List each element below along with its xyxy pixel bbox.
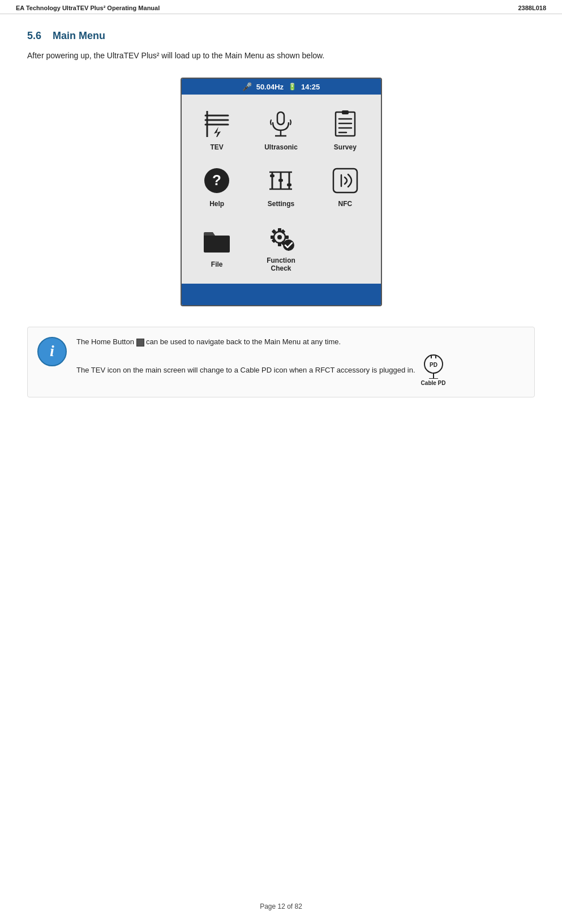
section-title: Main Menu	[53, 30, 105, 41]
menu-label-file: File	[211, 260, 223, 268]
battery-icon: 🔋	[288, 83, 297, 91]
section-heading: 5.6 Main Menu	[27, 30, 535, 42]
file-icon	[203, 229, 231, 254]
device-screenshot-wrapper: 🎤 50.04Hz 🔋 14:25	[27, 78, 535, 306]
menu-item-file[interactable]: File	[185, 213, 249, 278]
help-icon-container: ?	[201, 165, 233, 196]
cable-pd-label: Cable PD	[421, 379, 446, 388]
main-content: 5.6 Main Menu After powering up, the Ult…	[0, 14, 562, 425]
page-footer: Page 12 of 82	[0, 902, 562, 910]
menu-item-settings[interactable]: Settings	[249, 157, 313, 213]
svg-marker-3	[214, 127, 221, 137]
menu-grid: TEV	[182, 95, 381, 284]
menu-item-empty	[313, 213, 377, 278]
tev-icon	[203, 111, 231, 137]
home-button-icon	[136, 339, 144, 346]
svg-rect-33	[272, 238, 276, 243]
survey-icon-container	[329, 108, 361, 140]
menu-label-function-check: FunctionCheck	[267, 256, 295, 272]
footer-page-number: Page 12 of 82	[260, 902, 302, 910]
svg-text:PD: PD	[430, 362, 437, 368]
header-left: EA Technology UltraTEV Plus² Operating M…	[16, 5, 160, 11]
ultrasonic-icon	[268, 110, 293, 138]
menu-item-tev[interactable]: TEV	[185, 100, 249, 157]
svg-rect-30	[285, 236, 289, 239]
device-bottom-bar	[182, 284, 381, 305]
nfc-icon	[331, 166, 359, 195]
menu-label-ultrasonic: Ultrasonic	[264, 143, 298, 151]
menu-item-ultrasonic[interactable]: Ultrasonic	[249, 100, 313, 157]
ultrasonic-icon-container	[265, 108, 297, 140]
menu-label-nfc: NFC	[338, 200, 352, 208]
menu-item-nfc[interactable]: NFC	[313, 157, 377, 213]
nfc-icon-container	[329, 165, 361, 196]
svg-rect-29	[271, 236, 274, 239]
section-number: 5.6	[27, 30, 41, 41]
svg-rect-13	[342, 110, 349, 114]
info-line1: The Home Button can be used to navigate …	[76, 336, 525, 348]
info-text-content: The Home Button can be used to navigate …	[76, 336, 525, 388]
settings-icon-container	[265, 165, 297, 196]
menu-label-help: Help	[209, 200, 224, 208]
svg-rect-27	[278, 228, 281, 232]
mic-status-icon: 🎤	[242, 82, 252, 91]
menu-label-survey: Survey	[334, 143, 357, 151]
function-check-icon	[266, 223, 295, 252]
info-icon-wrapper: i	[37, 336, 67, 369]
survey-icon	[333, 110, 358, 138]
menu-label-settings: Settings	[268, 200, 294, 208]
info-box: i The Home Button can be used to navigat…	[27, 327, 535, 397]
svg-rect-20	[278, 179, 283, 182]
menu-item-function-check[interactable]: FunctionCheck	[249, 213, 313, 278]
svg-rect-28	[278, 243, 281, 246]
svg-rect-21	[287, 183, 291, 186]
svg-rect-19	[270, 174, 274, 177]
info-circle-icon: i	[37, 336, 67, 367]
tev-icon-container	[201, 108, 233, 140]
svg-rect-24	[333, 169, 357, 192]
settings-icon	[267, 166, 295, 195]
info-line2: The TEV icon on the main screen will cha…	[76, 354, 525, 388]
file-icon-container	[201, 225, 233, 257]
svg-rect-5	[277, 112, 284, 125]
menu-label-tev: TEV	[210, 143, 223, 151]
header-right: 2388L018	[518, 5, 546, 11]
menu-item-help[interactable]: ? Help	[185, 157, 249, 213]
status-time: 14:25	[301, 83, 320, 91]
intro-paragraph: After powering up, the UltraTEV Plus² wi…	[27, 50, 535, 62]
cable-pd-box: PD Cable PD	[421, 354, 446, 388]
menu-item-survey[interactable]: Survey	[313, 100, 377, 157]
cable-pd-icon: PD	[421, 354, 446, 379]
svg-point-26	[277, 235, 282, 239]
status-bar: 🎤 50.04Hz 🔋 14:25	[182, 79, 381, 95]
page-header: EA Technology UltraTEV Plus² Operating M…	[0, 0, 562, 14]
function-check-icon-container	[265, 221, 297, 253]
svg-text:?: ?	[212, 172, 221, 189]
svg-text:i: i	[50, 342, 54, 360]
help-icon: ?	[203, 166, 231, 195]
svg-rect-34	[281, 229, 285, 234]
device-screen: 🎤 50.04Hz 🔋 14:25	[181, 78, 382, 306]
status-frequency: 50.04Hz	[256, 83, 284, 91]
